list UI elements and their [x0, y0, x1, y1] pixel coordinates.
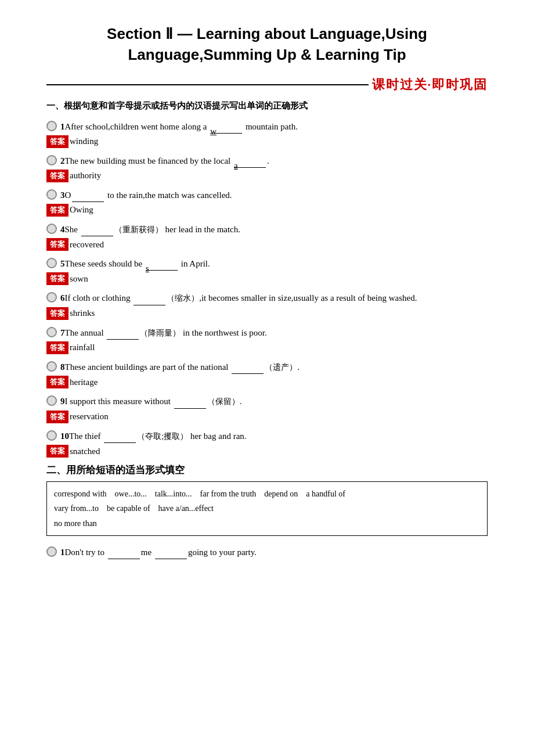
answer-10: 答案 snatched: [46, 445, 488, 458]
radio-icon-10: [46, 430, 57, 441]
page-title: Section Ⅱ — Learning about Language,Usin…: [46, 23, 488, 66]
question-7: 7The annual （降雨量） in the northwest is po…: [46, 326, 488, 354]
question-7-text: 7The annual （降雨量） in the northwest is po…: [60, 326, 488, 340]
section1-title: 一、根据句意和首字母提示或括号内的汉语提示写出单词的正确形式: [46, 100, 488, 111]
answer-badge-8: 答案: [46, 376, 68, 388]
section2-question-1-text: 1Don't try to me going to your party.: [60, 545, 488, 559]
question-9: 9I support this measure without （保留）. 答案…: [46, 394, 488, 423]
title-line1: Section Ⅱ — Learning about Language,Usin…: [46, 23, 488, 44]
section2-question-1: 1Don't try to me going to your party.: [46, 545, 488, 559]
radio-icon-8: [46, 361, 57, 372]
radio-icon-s2-1: [46, 546, 57, 557]
question-8: 8These ancient buildings are part of the…: [46, 360, 488, 388]
banner-line-left: [46, 84, 369, 85]
radio-icon-6: [46, 292, 57, 303]
answer-8-text: heritage: [70, 377, 98, 387]
question-2-text: 2The new building must be financed by th…: [60, 154, 488, 168]
radio-icon-7: [46, 327, 57, 337]
answer-6: 答案 shrinks: [46, 307, 488, 320]
answer-badge-5: 答案: [46, 272, 68, 285]
radio-icon-2: [46, 155, 57, 165]
answer-6-text: shrinks: [70, 308, 95, 318]
answer-5-text: sown: [70, 274, 88, 284]
question-5-text: 5These seeds should be s in April.: [60, 257, 488, 271]
answer-3: 答案 Owing: [46, 204, 488, 217]
answer-1: 答案 winding: [46, 135, 488, 148]
answer-9-text: reservation: [70, 412, 109, 422]
question-10-text: 10The thief （夺取;攫取） her bag and ran.: [60, 429, 488, 443]
answer-badge-3: 答案: [46, 204, 68, 217]
answer-9: 答案 reservation: [46, 411, 488, 423]
question-1: 1After school,children went home along a…: [46, 120, 488, 148]
question-4: 4She （重新获得） her lead in the match. 答案 re…: [46, 222, 488, 251]
question-5: 5These seeds should be s in April. 答案 so…: [46, 257, 488, 285]
question-2: 2The new building must be financed by th…: [46, 154, 488, 182]
radio-icon-5: [46, 258, 57, 268]
question-4-text: 4She （重新获得） her lead in the match.: [60, 222, 488, 236]
radio-icon-9: [46, 395, 57, 406]
answer-2-text: authority: [70, 171, 101, 181]
answer-badge-2: 答案: [46, 170, 68, 182]
question-1-text: 1After school,children went home along a…: [60, 120, 488, 134]
radio-icon-1: [46, 121, 57, 131]
question-8-text: 8These ancient buildings are part of the…: [60, 360, 488, 374]
radio-icon-4: [46, 224, 57, 234]
phrase-box: correspond with owe...to... talk...into.…: [46, 481, 488, 536]
answer-1-text: winding: [70, 136, 98, 146]
banner-text: 课时过关·即时巩固: [372, 76, 488, 93]
radio-icon-3: [46, 189, 57, 200]
question-3-text: 3O to the rain,the match was cancelled.: [60, 188, 488, 202]
section2-title: 二、用所给短语的适当形式填空: [46, 463, 488, 477]
question-10: 10The thief （夺取;攫取） her bag and ran. 答案 …: [46, 429, 488, 458]
phrase-box-content: correspond with owe...to... talk...into.…: [54, 489, 345, 527]
question-9-text: 9I support this measure without （保留）.: [60, 394, 488, 408]
answer-5: 答案 sown: [46, 272, 488, 285]
answer-8: 答案 heritage: [46, 376, 488, 388]
answer-badge-9: 答案: [46, 411, 68, 423]
answer-badge-4: 答案: [46, 238, 68, 251]
question-3: 3O to the rain,the match was cancelled. …: [46, 188, 488, 217]
answer-7: 答案 rainfall: [46, 341, 488, 354]
section-banner: 课时过关·即时巩固: [46, 76, 488, 93]
answer-badge-1: 答案: [46, 135, 68, 148]
answer-7-text: rainfall: [70, 343, 95, 352]
answer-3-text: Owing: [70, 205, 93, 215]
answer-badge-6: 答案: [46, 307, 68, 320]
answer-2: 答案 authority: [46, 170, 488, 182]
answer-4-text: recovered: [70, 240, 104, 250]
answer-badge-7: 答案: [46, 341, 68, 354]
answer-4: 答案 recovered: [46, 238, 488, 251]
question-6: 6If cloth or clothing （缩水）,it becomes sm…: [46, 291, 488, 319]
answer-10-text: snatched: [70, 447, 100, 456]
answer-badge-10: 答案: [46, 445, 68, 458]
title-line2: Language,Summing Up & Learning Tip: [46, 44, 488, 65]
question-6-text: 6If cloth or clothing （缩水）,it becomes sm…: [60, 291, 488, 305]
